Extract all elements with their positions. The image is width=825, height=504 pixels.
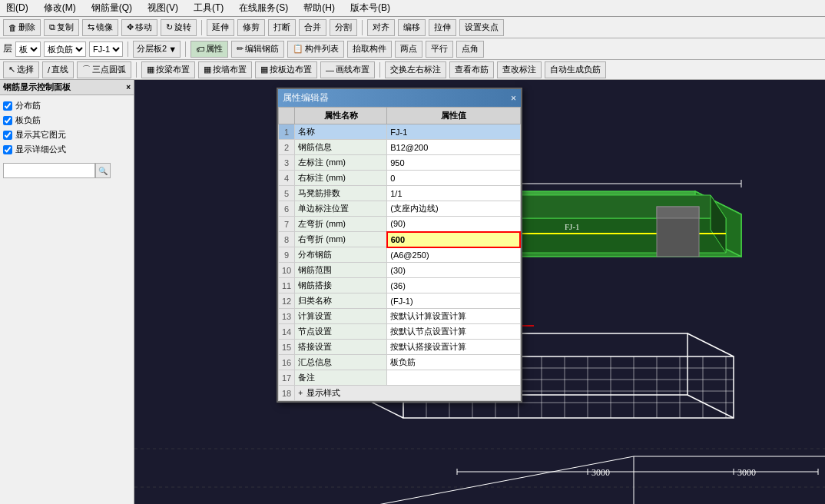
toolbar2: 层 板 板负筋 FJ-1 分层板2 ▼ 🏷 属性 ✏ 编辑钢筋 📋 构件列表 抬… xyxy=(0,38,825,60)
view-rebar-button[interactable]: 查看布筋 xyxy=(449,61,494,78)
align-button[interactable]: 对齐 xyxy=(367,19,395,36)
offset-button[interactable]: 编移 xyxy=(398,19,426,36)
search-button[interactable]: 🔍 xyxy=(95,163,111,178)
layer-type-select[interactable]: 板 xyxy=(15,41,41,57)
prop-name-cell: 节点设置 xyxy=(295,324,387,340)
checkbox-banfujin[interactable]: 板负筋 xyxy=(3,113,131,128)
menu-item-xiugai[interactable]: 修改(M) xyxy=(41,1,79,15)
table-row[interactable]: 16 汇总信息 板负筋 xyxy=(279,355,521,370)
prop-value-cell[interactable]: 按默认搭接设置计算 xyxy=(387,340,520,355)
rotate-button[interactable]: ↻ 旋转 xyxy=(161,19,197,36)
dialog-close-button[interactable]: × xyxy=(511,93,516,104)
rebar-type-select[interactable]: 板负筋 xyxy=(44,41,86,57)
menu-item-gongju[interactable]: 工具(T) xyxy=(191,1,227,15)
search-input[interactable] xyxy=(3,163,95,178)
left-panel-close-button[interactable]: × xyxy=(126,83,131,91)
table-row[interactable]: 15 搭接设置 按默认搭接设置计算 xyxy=(279,340,521,355)
checkbox-show-formula[interactable]: 显示详细公式 xyxy=(3,142,131,157)
prop-name-cell: 汇总信息 xyxy=(295,355,387,370)
menu-item-bangzhu[interactable]: 帮助(H) xyxy=(300,1,338,15)
prop-value-cell[interactable]: 1/1 xyxy=(387,186,520,201)
expand-cell[interactable]: + 显示样式 xyxy=(295,386,520,401)
menu-item-zaixian[interactable]: 在线服务(S) xyxy=(236,1,291,15)
grip-button[interactable]: 设置夹点 xyxy=(459,19,504,36)
prop-value-cell[interactable]: (90) xyxy=(387,217,520,232)
table-row[interactable]: 13 计算设置 按默认计算设置计算 xyxy=(279,309,521,324)
layer-dropdown[interactable]: 分层板2 ▼ xyxy=(133,41,181,58)
by-edge-button[interactable]: ▦ 按板边布置 xyxy=(255,61,317,78)
prop-value-cell[interactable]: B12@200 xyxy=(387,140,520,155)
table-row[interactable]: 5 马凳筋排数 1/1 xyxy=(279,186,521,201)
draw-line-button[interactable]: — 画线布置 xyxy=(320,61,375,78)
table-row[interactable]: 17 备注 xyxy=(279,370,521,386)
menu-item-shitu[interactable]: 视图(V) xyxy=(144,1,181,15)
prop-value-cell[interactable]: (支座内边线) xyxy=(387,201,520,217)
prop-value-cell[interactable]: 按默认节点设置计算 xyxy=(387,324,520,340)
prop-value-cell[interactable]: (30) xyxy=(387,263,520,278)
table-row[interactable]: 1 名称 FJ-1 xyxy=(279,124,521,140)
angle-button[interactable]: 点角 xyxy=(456,41,484,58)
prop-value-cell[interactable]: (FJ-1) xyxy=(387,293,520,309)
table-row[interactable]: 9 分布钢筋 (A6@250) xyxy=(279,247,521,263)
parallel-button[interactable]: 平行 xyxy=(426,41,453,58)
select-button[interactable]: ↖ 选择 xyxy=(3,61,39,78)
prop-value-cell[interactable]: FJ-1 xyxy=(387,124,520,140)
merge-button[interactable]: 合并 xyxy=(299,19,326,36)
prop-value-cell[interactable]: (36) xyxy=(387,278,520,293)
prop-value-cell[interactable]: 950 xyxy=(387,155,520,171)
prop-value-cell[interactable]: 板负筋 xyxy=(387,355,520,370)
mirror-button[interactable]: ⇆ 镜像 xyxy=(82,19,118,36)
by-wall-button[interactable]: ▦ 按墙布置 xyxy=(198,61,252,78)
component-list-button[interactable]: 📋 构件列表 xyxy=(287,41,344,58)
table-row[interactable]: 12 归类名称 (FJ-1) xyxy=(279,293,521,309)
menu-item-banben[interactable]: 版本号(B) xyxy=(347,1,393,15)
prop-value-cell[interactable]: (A6@250) xyxy=(387,247,520,263)
menu-item-tu[interactable]: 图(D) xyxy=(3,1,31,15)
table-row[interactable]: 11 钢筋搭接 (36) xyxy=(279,278,521,293)
split-button[interactable]: 分割 xyxy=(330,19,357,36)
table-row[interactable]: 7 左弯折 (mm) (90) xyxy=(279,217,521,232)
property-button[interactable]: 🏷 属性 xyxy=(191,41,228,58)
pick-button[interactable]: 抬取构件 xyxy=(347,41,392,58)
table-row[interactable]: 14 节点设置 按默认节点设置计算 xyxy=(279,324,521,340)
prop-value-cell[interactable]: 600 xyxy=(387,232,520,247)
prop-value-cell[interactable]: 按默认计算设置计算 xyxy=(387,309,520,324)
auto-rebar-button[interactable]: 自动生成负筋 xyxy=(545,61,606,78)
by-beam-button[interactable]: ▦ 按梁布置 xyxy=(141,61,195,78)
table-row[interactable]: 4 右标注 (mm) 0 xyxy=(279,171,521,186)
table-row[interactable]: 3 左标注 (mm) 950 xyxy=(279,155,521,171)
checkbox-fenbuqin-label: 分布筋 xyxy=(15,100,41,111)
exchange-lr-button[interactable]: 交换左右标注 xyxy=(385,61,446,78)
prop-value-cell[interactable] xyxy=(387,370,520,386)
prop-value-cell[interactable]: 0 xyxy=(387,171,520,186)
line-button[interactable]: / 直线 xyxy=(42,61,74,78)
arc-button[interactable]: ⌒ 三点圆弧 xyxy=(77,61,131,78)
expand-icon[interactable]: + xyxy=(298,389,303,397)
stretch-button[interactable]: 拉伸 xyxy=(429,19,456,36)
checkbox-fenbuqin-input[interactable] xyxy=(3,101,12,111)
checkbox-show-formula-input[interactable] xyxy=(3,145,12,154)
break-button[interactable]: 打断 xyxy=(268,19,296,36)
checkbox-fenbuqin[interactable]: 分布筋 xyxy=(3,98,131,113)
dialog-title-bar[interactable]: 属性编辑器 × xyxy=(278,89,521,107)
table-row[interactable]: 2 钢筋信息 B12@200 xyxy=(279,140,521,155)
checkbox-show-others[interactable]: 显示其它图元 xyxy=(3,128,131,142)
move-button[interactable]: ✥ 移动 xyxy=(121,19,157,36)
prop-name-cell: 分布钢筋 xyxy=(295,247,387,263)
table-row[interactable]: 6 单边标注位置 (支座内边线) xyxy=(279,201,521,217)
checkbox-banfujin-input[interactable] xyxy=(3,116,12,125)
rebar-name-select[interactable]: FJ-1 xyxy=(89,41,123,57)
edit-mark-button[interactable]: 查改标注 xyxy=(497,61,542,78)
table-row[interactable]: 10 钢筋范围 (30) xyxy=(279,263,521,278)
cad-viewport[interactable]: FJ-1 3000 xyxy=(134,80,825,504)
trim-button[interactable]: 修剪 xyxy=(237,19,265,36)
delete-button[interactable]: 🗑 删除 xyxy=(3,19,41,36)
extend-button[interactable]: 延伸 xyxy=(207,19,234,36)
two-point-button[interactable]: 两点 xyxy=(395,41,422,58)
menu-item-gangjinliang[interactable]: 钢筋量(Q) xyxy=(88,1,135,15)
copy-button[interactable]: ⧉ 复制 xyxy=(44,19,79,36)
table-row[interactable]: 8 右弯折 (mm) 600 xyxy=(279,232,521,247)
checkbox-show-others-input[interactable] xyxy=(3,131,12,140)
table-row[interactable]: 18 + 显示样式 xyxy=(279,386,521,401)
edit-rebar-button[interactable]: ✏ 编辑钢筋 xyxy=(231,41,284,58)
